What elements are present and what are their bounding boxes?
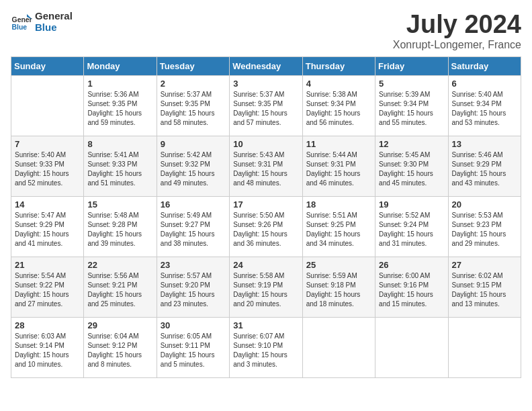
day-cell: 9Sunrise: 5:42 AM Sunset: 9:32 PM Daylig… [157, 136, 229, 196]
day-number: 30 [161, 320, 226, 330]
day-number: 26 [379, 260, 444, 270]
header-monday: Monday [84, 56, 157, 75]
day-cell: 11Sunrise: 5:44 AM Sunset: 9:31 PM Dayli… [302, 136, 375, 196]
header-thursday: Thursday [302, 56, 375, 75]
day-cell: 14Sunrise: 5:47 AM Sunset: 9:29 PM Dayli… [11, 196, 84, 257]
day-cell [375, 317, 448, 377]
logo-icon: General Blue [11, 11, 32, 33]
day-info: Sunrise: 5:40 AM Sunset: 9:33 PM Dayligh… [15, 150, 80, 188]
day-info: Sunrise: 6:04 AM Sunset: 9:12 PM Dayligh… [87, 332, 152, 369]
day-number: 21 [15, 260, 80, 270]
day-info: Sunrise: 6:05 AM Sunset: 9:11 PM Dayligh… [161, 332, 226, 369]
day-info: Sunrise: 5:56 AM Sunset: 9:21 PM Dayligh… [87, 271, 152, 309]
day-number: 27 [452, 260, 517, 270]
day-cell: 18Sunrise: 5:51 AM Sunset: 9:25 PM Dayli… [302, 196, 375, 257]
day-info: Sunrise: 5:45 AM Sunset: 9:30 PM Dayligh… [379, 150, 444, 188]
day-cell: 21Sunrise: 5:54 AM Sunset: 9:22 PM Dayli… [11, 257, 84, 317]
day-number: 3 [233, 79, 298, 89]
day-number: 2 [161, 79, 226, 89]
calendar-title: July 2024 [393, 11, 521, 39]
day-number: 10 [233, 139, 298, 149]
header-tuesday: Tuesday [157, 56, 229, 75]
day-cell: 28Sunrise: 6:03 AM Sunset: 9:14 PM Dayli… [11, 317, 84, 377]
logo-text-general: General [35, 11, 73, 22]
day-info: Sunrise: 5:52 AM Sunset: 9:24 PM Dayligh… [379, 211, 444, 248]
day-cell: 24Sunrise: 5:58 AM Sunset: 9:19 PM Dayli… [230, 257, 302, 317]
day-number: 13 [452, 139, 517, 149]
day-info: Sunrise: 6:02 AM Sunset: 9:15 PM Dayligh… [452, 271, 517, 309]
day-info: Sunrise: 5:36 AM Sunset: 9:35 PM Dayligh… [87, 90, 152, 128]
calendar-subtitle: Xonrupt-Longemer, France [393, 39, 521, 51]
day-number: 6 [452, 79, 517, 89]
header-saturday: Saturday [448, 56, 521, 75]
day-info: Sunrise: 6:07 AM Sunset: 9:10 PM Dayligh… [233, 332, 298, 369]
day-number: 22 [87, 260, 152, 270]
calendar-header-row: SundayMondayTuesdayWednesdayThursdayFrid… [11, 56, 521, 75]
header-sunday: Sunday [11, 56, 84, 75]
day-cell: 30Sunrise: 6:05 AM Sunset: 9:11 PM Dayli… [157, 317, 229, 377]
day-cell: 22Sunrise: 5:56 AM Sunset: 9:21 PM Dayli… [84, 257, 157, 317]
day-info: Sunrise: 5:41 AM Sunset: 9:33 PM Dayligh… [87, 150, 152, 188]
day-cell: 26Sunrise: 6:00 AM Sunset: 9:16 PM Dayli… [375, 257, 448, 317]
day-info: Sunrise: 5:39 AM Sunset: 9:34 PM Dayligh… [379, 90, 444, 128]
day-cell: 2Sunrise: 5:37 AM Sunset: 9:35 PM Daylig… [157, 75, 229, 136]
day-cell [302, 317, 375, 377]
day-info: Sunrise: 5:51 AM Sunset: 9:25 PM Dayligh… [306, 211, 371, 248]
day-number: 4 [306, 79, 371, 89]
day-info: Sunrise: 5:44 AM Sunset: 9:31 PM Dayligh… [306, 150, 371, 188]
day-cell: 31Sunrise: 6:07 AM Sunset: 9:10 PM Dayli… [230, 317, 302, 377]
day-number: 28 [15, 320, 80, 330]
day-info: Sunrise: 5:37 AM Sunset: 9:35 PM Dayligh… [161, 90, 226, 128]
page-header: General Blue General Blue July 2024 Xonr… [11, 11, 521, 51]
day-info: Sunrise: 5:58 AM Sunset: 9:19 PM Dayligh… [233, 271, 298, 309]
day-number: 8 [87, 139, 152, 149]
day-info: Sunrise: 5:47 AM Sunset: 9:29 PM Dayligh… [15, 211, 80, 248]
day-cell: 4Sunrise: 5:38 AM Sunset: 9:34 PM Daylig… [302, 75, 375, 136]
day-cell [11, 75, 84, 136]
day-cell: 29Sunrise: 6:04 AM Sunset: 9:12 PM Dayli… [84, 317, 157, 377]
day-info: Sunrise: 5:43 AM Sunset: 9:31 PM Dayligh… [233, 150, 298, 188]
day-info: Sunrise: 5:50 AM Sunset: 9:26 PM Dayligh… [233, 211, 298, 248]
day-info: Sunrise: 5:49 AM Sunset: 9:27 PM Dayligh… [161, 211, 226, 248]
day-number: 9 [161, 139, 226, 149]
day-info: Sunrise: 5:38 AM Sunset: 9:34 PM Dayligh… [306, 90, 371, 128]
day-cell: 19Sunrise: 5:52 AM Sunset: 9:24 PM Dayli… [375, 196, 448, 257]
logo: General Blue General Blue [11, 11, 73, 33]
day-cell: 15Sunrise: 5:48 AM Sunset: 9:28 PM Dayli… [84, 196, 157, 257]
day-number: 31 [233, 320, 298, 330]
day-cell: 25Sunrise: 5:59 AM Sunset: 9:18 PM Dayli… [302, 257, 375, 317]
day-number: 11 [306, 139, 371, 149]
day-number: 19 [379, 199, 444, 210]
day-number: 25 [306, 260, 371, 270]
logo-text-blue: Blue [35, 22, 73, 34]
day-number: 15 [87, 199, 152, 210]
day-info: Sunrise: 5:37 AM Sunset: 9:35 PM Dayligh… [233, 90, 298, 128]
day-number: 20 [452, 199, 517, 210]
day-info: Sunrise: 6:03 AM Sunset: 9:14 PM Dayligh… [15, 332, 80, 369]
day-info: Sunrise: 5:46 AM Sunset: 9:29 PM Dayligh… [452, 150, 517, 188]
day-number: 24 [233, 260, 298, 270]
day-info: Sunrise: 5:42 AM Sunset: 9:32 PM Dayligh… [161, 150, 226, 188]
day-cell: 23Sunrise: 5:57 AM Sunset: 9:20 PM Dayli… [157, 257, 229, 317]
day-cell: 1Sunrise: 5:36 AM Sunset: 9:35 PM Daylig… [84, 75, 157, 136]
day-number: 7 [15, 139, 80, 149]
day-cell: 3Sunrise: 5:37 AM Sunset: 9:35 PM Daylig… [230, 75, 302, 136]
day-cell: 7Sunrise: 5:40 AM Sunset: 9:33 PM Daylig… [11, 136, 84, 196]
calendar-table: SundayMondayTuesdayWednesdayThursdayFrid… [11, 56, 521, 378]
header-friday: Friday [375, 56, 448, 75]
day-number: 29 [87, 320, 152, 330]
week-row-2: 7Sunrise: 5:40 AM Sunset: 9:33 PM Daylig… [11, 136, 521, 196]
day-cell: 6Sunrise: 5:40 AM Sunset: 9:34 PM Daylig… [448, 75, 521, 136]
day-info: Sunrise: 5:54 AM Sunset: 9:22 PM Dayligh… [15, 271, 80, 309]
day-info: Sunrise: 5:59 AM Sunset: 9:18 PM Dayligh… [306, 271, 371, 309]
title-area: July 2024 Xonrupt-Longemer, France [393, 11, 521, 51]
week-row-1: 1Sunrise: 5:36 AM Sunset: 9:35 PM Daylig… [11, 75, 521, 136]
day-number: 23 [161, 260, 226, 270]
day-info: Sunrise: 5:53 AM Sunset: 9:23 PM Dayligh… [452, 211, 517, 248]
day-number: 12 [379, 139, 444, 149]
day-cell: 27Sunrise: 6:02 AM Sunset: 9:15 PM Dayli… [448, 257, 521, 317]
day-info: Sunrise: 6:00 AM Sunset: 9:16 PM Dayligh… [379, 271, 444, 309]
day-info: Sunrise: 5:57 AM Sunset: 9:20 PM Dayligh… [161, 271, 226, 309]
day-cell: 17Sunrise: 5:50 AM Sunset: 9:26 PM Dayli… [230, 196, 302, 257]
day-info: Sunrise: 5:40 AM Sunset: 9:34 PM Dayligh… [452, 90, 517, 128]
